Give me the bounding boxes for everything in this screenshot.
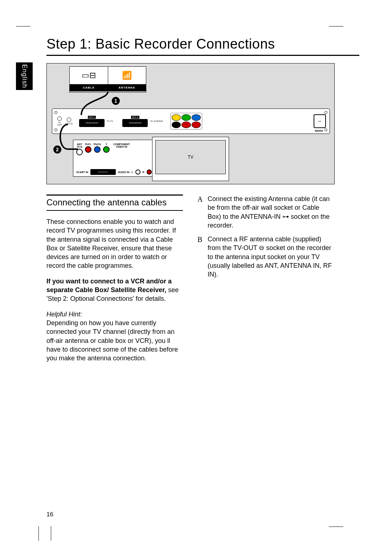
hint-body: Depending on how you have currently conn… (46, 319, 178, 362)
vcr-note-bold: If you want to connect to a VCR and/or a… (46, 278, 172, 294)
tv-y-label: Y (106, 143, 107, 146)
recorder-back-panel: TV OUT ANT IN EXT 1 ▪▪▪▪▪▪▪▪▪ TO TV EXT … (52, 108, 330, 134)
to-vcr-sat-label: TO VCR/SAT (150, 120, 163, 122)
connection-diagram: ▭⊟ 📶 CABLE ANTENNA 1 2 TV OUT ANT IN EXT… (46, 63, 335, 184)
step-a: A Connect the existing Antenna cable (it… (197, 194, 334, 230)
step-b: B Connect a RF antenna cable (supplied) … (197, 235, 334, 279)
ext1-label: EXT 1 (88, 116, 96, 119)
left-column: Connecting the antenna cables These conn… (46, 194, 183, 369)
tv-component-label: COMPONENT VIDEO IN (113, 143, 130, 148)
step-b-text: Connect a RF antenna cable (supplied) fr… (208, 235, 334, 279)
tv-audio-label: AUDIO IN (118, 171, 130, 173)
scart-ext1: ▪▪▪▪▪▪▪▪▪ (79, 119, 105, 127)
cable-box-icon: ▭⊟ (82, 71, 96, 80)
step-b-marker: B (197, 235, 204, 279)
antenna-icon: 📶 (122, 71, 132, 80)
video-out-cluster (170, 113, 202, 130)
step-a-text: Connect the existing Antenna cable (it c… (208, 194, 334, 230)
intro-paragraph: These connections enable you to watch an… (46, 217, 183, 270)
crop-mark (329, 527, 343, 527)
tv-r-label: R (143, 171, 144, 173)
crop-mark (38, 526, 39, 541)
antenna-label: ANTENNA (108, 84, 146, 91)
crop-mark (51, 526, 51, 541)
cable-label: CABLE (70, 84, 108, 91)
scart-ext2: ▪▪▪▪▪▪▪▪▪ (122, 119, 148, 127)
helpful-hint: Helpful Hint: Depending on how you have … (46, 310, 183, 363)
hint-label: Helpful Hint: (46, 310, 183, 319)
step-a-marker: A (197, 194, 204, 230)
tv-pb-label: Pb/Cb (94, 143, 101, 146)
ant-in-label: ANT IN (65, 123, 73, 125)
subheading-rule-bottom (46, 210, 183, 211)
subheading-rule-top (46, 194, 183, 196)
to-tv-label: TO TV (107, 120, 113, 122)
tv-out-label: TV OUT (56, 122, 63, 126)
ext2-label: EXT 2 (131, 116, 139, 119)
callout-2: 2 (53, 146, 61, 153)
tv-scart-port: ▪▪▪▪▪▪▪▪▪ (90, 169, 116, 175)
tv-monitor: TV (152, 137, 229, 181)
mains-label: MAINS (315, 130, 323, 132)
page-number: 16 (46, 511, 53, 518)
mains-socket: ⎓ (314, 114, 326, 128)
tv-scartin-label: SCART IN (76, 171, 88, 173)
language-tab: English (16, 62, 33, 90)
vcr-note: If you want to connect to a VCR and/or a… (46, 277, 183, 303)
right-column: A Connect the existing Antenna cable (it… (197, 194, 334, 369)
signal-source-box: ▭⊟ 📶 CABLE ANTENNA (69, 66, 146, 93)
callout-1: 1 (112, 97, 120, 105)
tv-label: TV (188, 155, 193, 160)
title-rule (46, 55, 359, 56)
tv-ant-label: ANT 75 Ω (77, 143, 82, 148)
tv-pr-label: Pr/Cr (85, 143, 91, 146)
page-title: Step 1: Basic Recorder Connections (46, 36, 359, 52)
subheading: Connecting the antenna cables (46, 197, 183, 208)
tv-l-label: L (132, 171, 133, 173)
